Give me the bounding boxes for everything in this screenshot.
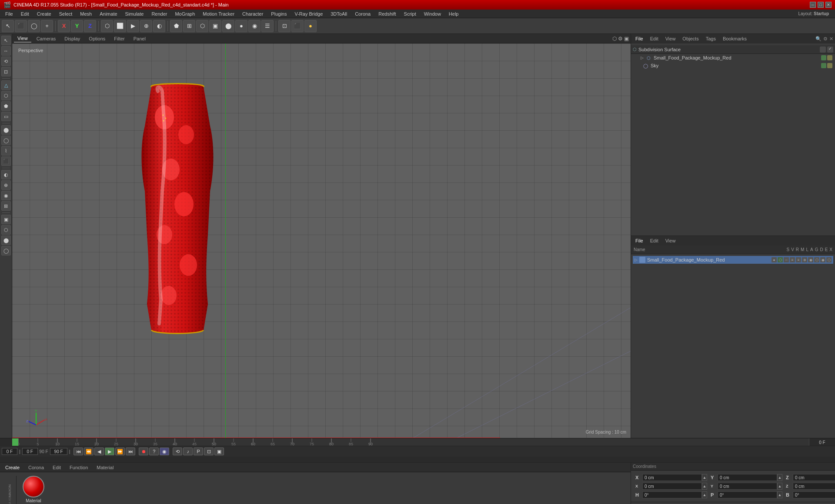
menu-character[interactable]: Character — [239, 10, 267, 17]
menu-animate[interactable]: Animate — [96, 10, 120, 17]
coord-y-rot-input[interactable] — [718, 483, 777, 490]
toolbar-floor[interactable]: ⊡ — [278, 20, 291, 32]
tree-sky-dot-render[interactable] — [827, 63, 832, 68]
toolbar-sky[interactable]: ⬛ — [291, 20, 304, 32]
attr-icon-x[interactable]: ⬡ — [826, 257, 832, 262]
lt-move[interactable]: ↔ — [1, 46, 11, 56]
menu-mograph[interactable]: MoGraph — [171, 10, 198, 17]
toolbar-poly[interactable]: ◐ — [153, 20, 165, 32]
toolbar-render-region[interactable]: ⬜ — [114, 20, 126, 32]
tree-sky-dot-visible[interactable] — [821, 63, 826, 68]
motion-path-button[interactable]: ⊡ — [204, 448, 214, 455]
vp-settings-icon[interactable]: ⚙ — [618, 36, 623, 42]
attr-icon-r[interactable]: ─ — [784, 257, 789, 262]
vp-tab-filter[interactable]: Filter — [110, 35, 128, 42]
attr-row-food-package[interactable]: ▷ Small_Food_Package_Mockup_Red ● ⬡ ─ ≡ … — [633, 256, 833, 264]
go-to-start-button[interactable]: ⏮ — [73, 448, 83, 455]
loop-button[interactable]: ⟲ — [173, 448, 182, 455]
coord-y-pos-input[interactable] — [718, 474, 777, 481]
toolbar-circle-select[interactable]: ◯ — [28, 20, 40, 32]
menu-corona[interactable]: Corona — [351, 10, 374, 17]
menu-window[interactable]: Window — [421, 10, 444, 17]
coord-p-input[interactable] — [718, 491, 777, 498]
menu-vray-bridge[interactable]: V-Ray Bridge — [291, 10, 326, 17]
coord-x-pos-input[interactable] — [642, 474, 702, 481]
coord-h-input[interactable] — [642, 491, 702, 498]
menu-edit[interactable]: Edit — [17, 10, 33, 17]
rp-close-icon[interactable]: ✕ — [829, 36, 833, 42]
mat-tab-edit[interactable]: Edit — [49, 464, 64, 471]
menu-mesh[interactable]: Mesh — [77, 10, 95, 17]
lt-tag[interactable]: ⬡ — [1, 225, 11, 235]
menu-script[interactable]: Script — [401, 10, 420, 17]
coord-y-rot-up[interactable]: ▲ — [777, 483, 782, 490]
step-forward-button[interactable]: ⏩ — [115, 448, 125, 455]
material-swatch-red[interactable] — [23, 476, 44, 497]
subdiv-ctrl-2[interactable]: ✓ — [827, 46, 833, 53]
lt-rotate[interactable]: ⟲ — [1, 56, 11, 66]
step-back-button[interactable]: ⏪ — [84, 448, 94, 455]
vp-tab-options[interactable]: Options — [85, 35, 109, 42]
toolbar-grid[interactable]: ⊞ — [183, 20, 195, 32]
coord-z-rot-input[interactable] — [793, 483, 835, 490]
minimize-button[interactable]: ─ — [810, 2, 816, 8]
menu-plugins[interactable]: Plugins — [267, 10, 290, 17]
toolbar-y-axis[interactable]: Y — [71, 20, 83, 32]
vp-tab-view[interactable]: View — [14, 35, 31, 43]
toolbar-scene[interactable]: ☰ — [261, 20, 274, 32]
attr-icon-m[interactable]: ≡ — [790, 257, 795, 262]
play-forward-button[interactable]: ▶ — [105, 448, 114, 455]
vp-tab-panel[interactable]: Panel — [130, 35, 149, 42]
lt-point[interactable]: ▭ — [1, 112, 11, 121]
coord-p-up[interactable]: ▲ — [777, 491, 782, 498]
lt-xpresso[interactable]: ⊞ — [1, 201, 11, 211]
toolbar-texture[interactable]: ▣ — [209, 20, 221, 32]
menu-simulate[interactable]: Simulate — [122, 10, 147, 17]
mat-tab-material[interactable]: Material — [93, 464, 117, 471]
maximize-button[interactable]: □ — [818, 2, 824, 8]
attr-icon-d[interactable]: ⬡ — [814, 257, 819, 262]
attr-icon-e[interactable]: ◉ — [820, 257, 825, 262]
coord-b-input[interactable] — [793, 491, 835, 498]
menu-create[interactable]: Create — [33, 10, 55, 17]
toolbar-select[interactable]: ⬛ — [15, 20, 27, 32]
mat-tab-function[interactable]: Function — [66, 464, 91, 471]
rp-tab-objects[interactable]: Objects — [680, 35, 701, 42]
tree-item-sky[interactable]: ◯ Sky — [631, 62, 835, 70]
lt-null[interactable]: ◉ — [1, 191, 11, 200]
toolbar-light[interactable]: ● — [235, 20, 247, 32]
lt-scale[interactable]: ⊡ — [1, 67, 11, 76]
attr-icon-v[interactable]: ⬡ — [778, 257, 783, 262]
subdiv-ctrl-1[interactable] — [820, 46, 826, 53]
fps-display-button[interactable]: P — [194, 448, 203, 455]
play-sound-button[interactable]: ♪ — [183, 448, 193, 455]
go-to-end-button[interactable]: ⏭ — [126, 448, 135, 455]
lt-poly[interactable]: ◯ — [1, 136, 11, 145]
lt-rig[interactable]: ⬤ — [1, 235, 11, 245]
lt-model[interactable]: △ — [1, 80, 11, 90]
lt-deformer[interactable]: ⬛ — [1, 156, 11, 166]
toolbar-paint[interactable]: ⊕ — [140, 20, 152, 32]
coord-y-pos-up[interactable]: ▲ — [777, 474, 782, 481]
mat-tab-create[interactable]: Create — [2, 464, 23, 471]
rp-tab-bookmarks[interactable]: Bookmarks — [720, 35, 749, 42]
toolbar-object-btn[interactable]: ⬡ — [101, 20, 113, 32]
rp-gear-icon[interactable]: ⚙ — [823, 36, 828, 42]
toolbar-snap[interactable]: ⬟ — [170, 20, 182, 32]
vp-tab-cameras[interactable]: Cameras — [33, 35, 60, 42]
lt-light[interactable]: ◐ — [1, 170, 11, 179]
snack-package-3d[interactable]: Food Snack Mockup — [138, 83, 217, 326]
menu-help[interactable]: Help — [445, 10, 462, 17]
attr-icon-l[interactable]: ≡ — [796, 257, 801, 262]
tree-dot-render[interactable] — [827, 55, 832, 60]
coord-x-rot-input[interactable] — [642, 483, 702, 490]
vp-tab-display[interactable]: Display — [61, 35, 84, 42]
record-button[interactable]: ⏺ — [139, 448, 148, 455]
tree-item-food-package[interactable]: ▷ ⬡ Small_Food_Package_Mockup_Red — [631, 54, 835, 62]
toolbar-normal[interactable]: ⬤ — [222, 20, 234, 32]
attr-icon-g[interactable]: ◉ — [808, 257, 813, 262]
toolbar-add[interactable]: + — [41, 20, 53, 32]
current-frame-input[interactable] — [22, 448, 38, 455]
mat-tab-corona[interactable]: Corona — [25, 464, 47, 471]
viewport[interactable]: Perspective — [12, 43, 631, 438]
